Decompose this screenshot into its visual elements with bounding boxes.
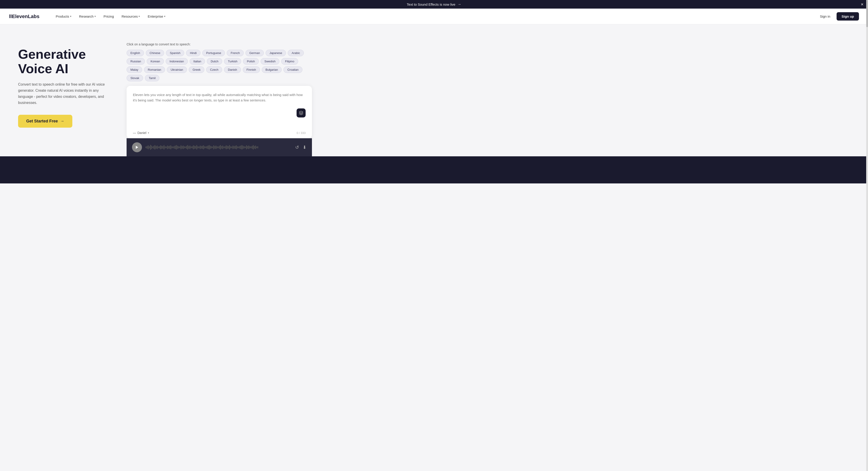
navbar-logo[interactable]: llElevenLabs: [9, 13, 39, 20]
language-tag-indonesian[interactable]: Indonesian: [166, 58, 188, 65]
waveform-bar: [222, 145, 223, 149]
language-tag-malay[interactable]: Malay: [127, 66, 142, 73]
language-tag-german[interactable]: German: [246, 50, 264, 56]
waveform-bar: [210, 146, 211, 149]
language-tag-russian[interactable]: Russian: [127, 58, 145, 65]
waveform-bar: [242, 145, 242, 149]
waveform-bar: [182, 146, 182, 149]
signup-button[interactable]: Sign up: [837, 12, 859, 21]
language-tag-turkish[interactable]: Turkish: [224, 58, 241, 65]
waveform-bar: [244, 146, 245, 148]
waveform-bar: [152, 146, 153, 148]
language-tag-filipino[interactable]: Filipino: [281, 58, 298, 65]
language-tag-czech[interactable]: Czech: [206, 66, 222, 73]
generate-button[interactable]: [297, 108, 306, 117]
waveform-bar: [207, 146, 207, 149]
waveform-bar: [211, 146, 212, 148]
nav-item-products[interactable]: Products ▾: [53, 13, 74, 20]
waveform-bar: [255, 145, 256, 149]
language-tag-dutch[interactable]: Dutch: [207, 58, 222, 65]
waveform-bar: [238, 146, 239, 148]
waveform-bar: [151, 145, 152, 149]
nav-item-research[interactable]: Research ▾: [76, 13, 98, 20]
waveform-bar: [156, 146, 156, 149]
navbar: llElevenLabs Products ▾ Research ▾ Prici…: [0, 8, 868, 24]
language-tag-french[interactable]: French: [227, 50, 243, 56]
waveform-bar: [186, 146, 187, 149]
player-actions: ↺ ⬇: [295, 144, 307, 150]
language-tag-japanese[interactable]: Japanese: [266, 50, 286, 56]
play-button[interactable]: [132, 142, 142, 152]
char-count: 0 / 333: [297, 131, 306, 135]
waveform-bar: [160, 145, 161, 149]
waveform-bar: [174, 146, 175, 149]
scrollbar[interactable]: [866, 0, 868, 183]
waveform-bar: [217, 146, 217, 148]
waveform-bar: [157, 145, 158, 149]
language-tag-spanish[interactable]: Spanish: [166, 50, 184, 56]
language-tag-arabic[interactable]: Arabic: [288, 50, 304, 56]
get-started-button[interactable]: Get Started Free →: [18, 115, 72, 128]
language-tag-romanian[interactable]: Romanian: [144, 66, 165, 73]
waveform-bar: [200, 145, 200, 149]
waveform-bar: [228, 146, 229, 149]
demo-textarea[interactable]: [133, 92, 306, 124]
language-tag-hindi[interactable]: Hindi: [186, 50, 200, 56]
language-tags: EnglishChineseSpanishHindiPortugueseFren…: [127, 50, 312, 81]
nav-item-resources[interactable]: Resources ▾: [119, 13, 143, 20]
waveform-bar: [194, 146, 195, 149]
language-tag-finnish[interactable]: Finnish: [243, 66, 260, 73]
language-tag-ukrainian[interactable]: Ukrainian: [167, 66, 187, 73]
language-tag-portuguese[interactable]: Portuguese: [202, 50, 225, 56]
language-tag-korean[interactable]: Korean: [147, 58, 164, 65]
get-started-label: Get Started Free: [26, 119, 58, 124]
waveform-bar: [245, 146, 246, 148]
signin-button[interactable]: Sign in: [817, 13, 833, 20]
get-started-arrow: →: [60, 119, 64, 124]
waveform-bar: [149, 146, 150, 148]
language-tag-danish[interactable]: Danish: [224, 66, 241, 73]
waveform-bar: [213, 145, 214, 149]
waveform-bar: [159, 146, 160, 148]
waveform-bar: [254, 146, 255, 149]
language-tag-chinese[interactable]: Chinese: [146, 50, 164, 56]
language-tag-greek[interactable]: Greek: [189, 66, 204, 73]
language-tag-slovak[interactable]: Slovak: [127, 75, 143, 81]
language-tag-polish[interactable]: Polish: [243, 58, 258, 65]
waveform-bar: [176, 145, 177, 149]
waveform-bar: [161, 146, 162, 149]
waveform-bar: [223, 146, 224, 148]
waveform-bar: [168, 146, 169, 149]
waveform-bar: [239, 146, 240, 149]
nav-item-enterprise[interactable]: Enterprise ▾: [145, 13, 168, 20]
refresh-button[interactable]: ↺: [295, 144, 299, 150]
waveform-bar: [248, 145, 249, 149]
language-tag-english[interactable]: English: [127, 50, 144, 56]
waveform-bar: [175, 145, 176, 149]
waveform-bar: [158, 146, 159, 148]
waveform-bar: [216, 145, 216, 149]
waveform-bar: [180, 146, 180, 148]
language-tag-tamil[interactable]: Tamil: [145, 75, 159, 81]
hero-description: Convert text to speech online for free w…: [18, 81, 113, 106]
waveform-bar: [241, 145, 241, 149]
language-tag-bulgarian[interactable]: Bulgarian: [262, 66, 282, 73]
language-tag-croatian[interactable]: Croatian: [283, 66, 302, 73]
nav-item-pricing[interactable]: Pricing: [101, 13, 117, 20]
download-button[interactable]: ⬇: [303, 144, 307, 150]
waveform-bar: [252, 146, 252, 149]
announcement-close-button[interactable]: ×: [861, 2, 864, 6]
waveform-bar: [237, 146, 238, 148]
products-chevron-icon: ▾: [70, 15, 71, 18]
language-tag-italian[interactable]: Italian: [190, 58, 205, 65]
waveform-bar: [162, 146, 163, 149]
waveform: [146, 144, 291, 151]
language-tag-swedish[interactable]: Swedish: [260, 58, 279, 65]
waveform-bar: [177, 146, 178, 149]
waveform-bar: [209, 145, 210, 149]
svg-marker-0: [136, 146, 138, 149]
waveform-bar: [219, 146, 220, 149]
waveform-bar: [148, 145, 149, 149]
waveform-bar: [169, 146, 170, 149]
voice-selector-button[interactable]: — Daniel ▾: [133, 131, 149, 135]
